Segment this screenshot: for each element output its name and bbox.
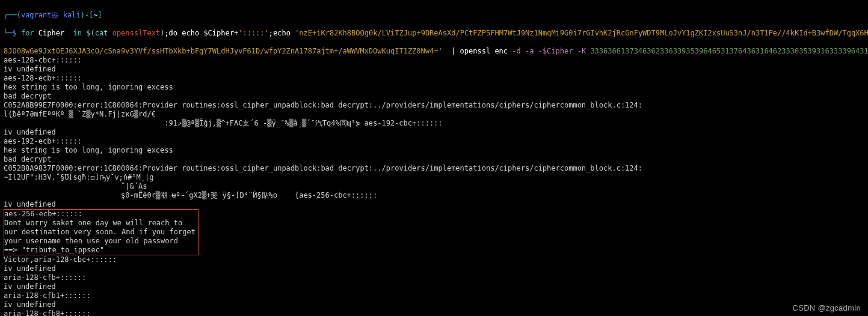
seg-b: ;echo <box>269 29 295 37</box>
output-line: hex string is too long, ignoring excess <box>4 83 864 92</box>
output-line: ş0-mÊê0r▒潮 ʉº~´gX2▒+斐 ÿ§-[D⁴¨Ѝ§貼%o {aes-… <box>4 191 864 200</box>
command-line-wrap[interactable]: 8JO08wGe9JxtOEJ6XJA3cO/cSna9v3YVf/ssHTbX… <box>4 38 864 56</box>
prompt-dollar: $ <box>12 29 20 37</box>
pipe: | <box>443 47 460 55</box>
output-line: aes-128-ecb+:::::: <box>4 74 864 83</box>
output-line: :91↗▒@ª▒Ĩĝj,▒^+FAC支´6 -▒ÿ_″%▒â¸▒´″汽Tq4%同… <box>4 119 864 128</box>
lit-colons: ':::::' <box>238 29 269 37</box>
command-line[interactable]: └─$ for Cipher in $(cat opensslText);do … <box>4 20 864 38</box>
prompt-at: ㉿ <box>51 11 63 19</box>
prompt-host: kali <box>63 11 81 19</box>
highlight-box: aes-256-ecb+:::::: Dont worry saket one … <box>4 209 199 255</box>
output-line: iv undefined <box>4 128 864 137</box>
cmd-openssl: openssl enc <box>460 47 512 55</box>
output-line: aes-192-ecb+:::::: <box>4 137 864 146</box>
arg-file: opensslText <box>112 29 160 37</box>
prompt-post: )-[ <box>81 11 94 19</box>
subshell-open: $( <box>86 29 94 37</box>
output-line: our destination very soon. And if you fo… <box>4 228 195 237</box>
prompt-close: ] <box>98 11 102 19</box>
output-line: aria-128-cfb1+:::::: <box>4 291 864 300</box>
watermark: CSDN @zgcadmin <box>793 303 861 312</box>
output-line: iv undefined <box>4 200 864 209</box>
output-line: aes-128-cbc+:::::: <box>4 56 864 65</box>
output-line: Victor,aria-128-cbc+:::::: <box>4 255 864 264</box>
output-line: iv undefined <box>4 300 864 309</box>
lit-cipher-b: 8JO08wGe9JxtOEJ6XJA3cO/cSna9v3YVf/ssHTbX… <box>4 47 443 55</box>
flag-a: -a <box>525 47 538 55</box>
cmd-cat: cat <box>95 29 112 37</box>
prompt-bracket: ┌──( <box>4 11 21 19</box>
output-line: ~Il2UF":H3V.ˆ§Ʊ[sgħ:◻]ҧy˘v;ń#¹M¸|g <box>4 173 864 182</box>
flag-cipher: -$Cipher <box>538 47 577 55</box>
output-line: hex string is too long, ignoring excess <box>4 146 864 155</box>
output-line: iv undefined <box>4 282 864 291</box>
key-hex: 3336366137346362336339353964653137643631… <box>590 47 868 55</box>
prompt-cwd: ~ <box>93 11 97 19</box>
output-line: iv undefined <box>4 264 864 273</box>
output-line: aes-256-ecb+:::::: <box>4 210 195 219</box>
var-cipher: Cipher <box>38 29 73 37</box>
output-line: aria-128-cfb8+:::::: <box>4 309 864 316</box>
prompt-user: vagrant <box>21 11 52 19</box>
flag-k: -K <box>577 47 591 55</box>
output-line: C052B8A9837F0000:error:1C800064:Provider… <box>4 164 864 173</box>
output-line: bad decrypt <box>4 92 864 101</box>
flag-d: -d <box>512 47 525 55</box>
output-line: bad decrypt <box>4 155 864 164</box>
output-line: aria-128-cfb+:::::: <box>4 273 864 282</box>
output-line: ==> "tribute_to_ippsec" <box>4 246 195 255</box>
kw-for: for <box>21 29 38 37</box>
output-line: iv undefined <box>4 65 864 74</box>
output-line: C052A8B99E7F0000:error:1C800064:Provider… <box>4 101 864 110</box>
output-line: ˆ|&´As <box>4 182 864 191</box>
prompt-prefix2: └─ <box>4 29 12 37</box>
kw-in: in <box>73 29 87 37</box>
output-line: l{ƀĕª7ƏmfEªºKº ▒ `Z▒y*N.Fj|zĸG▒rd/€ <box>4 110 864 119</box>
lit-cipher-a: 'nzE+iKr82Kh8BOQg0k/LViTZJup+9DReAsXd/PC… <box>295 29 868 37</box>
output-line: Dont worry saket one day we will reach t… <box>4 219 195 228</box>
seg-a: ;do echo $Cipher+ <box>164 29 238 37</box>
prompt-line-1: ┌──(vagrant㉿ kali)-[~] <box>4 2 864 20</box>
output-line: your username then use your old password <box>4 237 195 246</box>
